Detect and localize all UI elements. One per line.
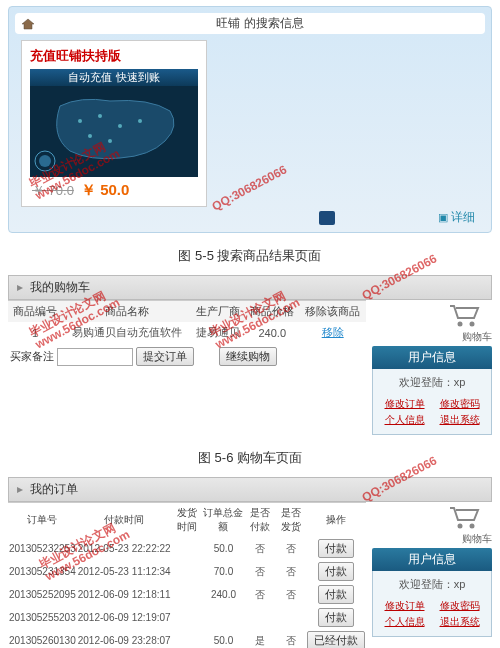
product-card[interactable]: 充值旺铺扶持版 自动充值 快速到账 ￥ 70.0 ￥ 50.0: [21, 40, 207, 207]
house-icon: [21, 18, 35, 30]
svg-point-11: [470, 524, 475, 529]
detail-link[interactable]: 详细: [451, 210, 475, 224]
remove-link[interactable]: 移除: [322, 326, 344, 338]
table-header-row: 订单号 付款时间 发货时间 订单总金额 是否付款 是否发货 操作: [8, 503, 366, 538]
chevron-icon: ▸: [17, 482, 23, 496]
cart-icon: [372, 502, 492, 532]
caption-fig-5-5: 图 5-5 搜索商品结果页面: [0, 239, 500, 269]
detail-icon: ▣: [438, 211, 451, 223]
table-row: 2013052322532012-05-23 22:22:2250.0否否付款: [8, 537, 366, 560]
svg-point-9: [470, 322, 475, 327]
cart-side-label: 购物车: [372, 330, 492, 344]
link-password[interactable]: 修改密码: [432, 598, 487, 614]
cart-table: 商品编号 商品名称 生产厂商 商品价格 移除该商品 1 易购通贝自动充值软件 捷…: [8, 300, 366, 343]
new-price: ￥ 50.0: [81, 181, 129, 198]
product-banner: 自动充值 快速到账: [30, 69, 198, 86]
link-orders[interactable]: 修改订单: [377, 396, 432, 412]
link-logout[interactable]: 退出系统: [432, 412, 487, 428]
search-header: 旺铺 的搜索信息: [15, 13, 485, 34]
link-profile[interactable]: 个人信息: [377, 412, 432, 428]
pay-button[interactable]: 付款: [318, 585, 354, 604]
table-row: 2013052601302012-06-09 23:28:0750.0是否已经付…: [8, 629, 366, 648]
link-profile[interactable]: 个人信息: [377, 614, 432, 630]
submit-order-button[interactable]: 提交订单: [136, 347, 194, 366]
caption-fig-5-6: 图 5-6 购物车页面: [0, 441, 500, 471]
user-info-panel: 欢迎登陆：xp 修改订单 修改密码 个人信息 退出系统: [372, 369, 492, 435]
cart-icon: [372, 300, 492, 330]
user-info-header: 用户信息: [372, 548, 492, 571]
table-header-row: 商品编号 商品名称 生产厂商 商品价格 移除该商品: [8, 301, 366, 323]
orders-tab-header: ▸ 我的订单: [8, 477, 492, 502]
welcome-text: 欢迎登陆：xp: [377, 577, 487, 592]
orders-table: 订单号 付款时间 发货时间 订单总金额 是否付款 是否发货 操作 2013052…: [8, 502, 366, 648]
orders-tab-title: 我的订单: [30, 482, 78, 496]
old-price: ￥ 70.0: [32, 183, 74, 198]
pay-button[interactable]: 付款: [318, 562, 354, 581]
pay-button[interactable]: 付款: [318, 608, 354, 627]
user-info-panel: 欢迎登陆：xp 修改订单 修改密码 个人信息 退出系统: [372, 571, 492, 637]
badge-icon: [319, 211, 335, 225]
pay-button[interactable]: 已经付款: [307, 631, 365, 648]
user-info-header: 用户信息: [372, 346, 492, 369]
pay-button[interactable]: 付款: [318, 539, 354, 558]
buyer-note-label: 买家备注: [10, 350, 54, 362]
svg-point-4: [108, 139, 112, 143]
search-result-panel: 旺铺 的搜索信息 充值旺铺扶持版 自动充值 快速到账 ￥ 70.0 ￥ 50.0: [8, 6, 492, 233]
table-row: 2013052313542012-05-23 11:12:3470.0否否付款: [8, 560, 366, 583]
cart-tab-title: 我的购物车: [30, 280, 90, 294]
product-title: 充值旺铺扶持版: [26, 45, 202, 67]
continue-shopping-button[interactable]: 继续购物: [219, 347, 277, 366]
chevron-icon: ▸: [17, 280, 23, 294]
svg-point-5: [88, 134, 92, 138]
search-title: 旺铺 的搜索信息: [41, 15, 479, 32]
link-orders[interactable]: 修改订单: [377, 598, 432, 614]
svg-point-7: [39, 155, 51, 167]
svg-point-8: [458, 322, 463, 327]
table-row: 1 易购通贝自动充值软件 捷易通贝 240.0 移除: [8, 322, 366, 343]
svg-point-1: [98, 114, 102, 118]
buyer-note-input[interactable]: [57, 348, 133, 366]
price-row: ￥ 70.0 ￥ 50.0: [26, 179, 202, 202]
svg-point-3: [138, 119, 142, 123]
svg-point-0: [78, 119, 82, 123]
svg-point-2: [118, 124, 122, 128]
cart-side-label: 购物车: [372, 532, 492, 546]
table-row: 2013052552032012-06-09 12:19:07付款: [8, 606, 366, 629]
svg-point-10: [458, 524, 463, 529]
link-logout[interactable]: 退出系统: [432, 614, 487, 630]
product-image: 自动充值 快速到账: [30, 69, 198, 177]
table-row: 2013052520952012-06-09 12:18:11240.0否否付款: [8, 583, 366, 606]
link-password[interactable]: 修改密码: [432, 396, 487, 412]
cart-tab-header: ▸ 我的购物车: [8, 275, 492, 300]
welcome-text: 欢迎登陆：xp: [377, 375, 487, 390]
